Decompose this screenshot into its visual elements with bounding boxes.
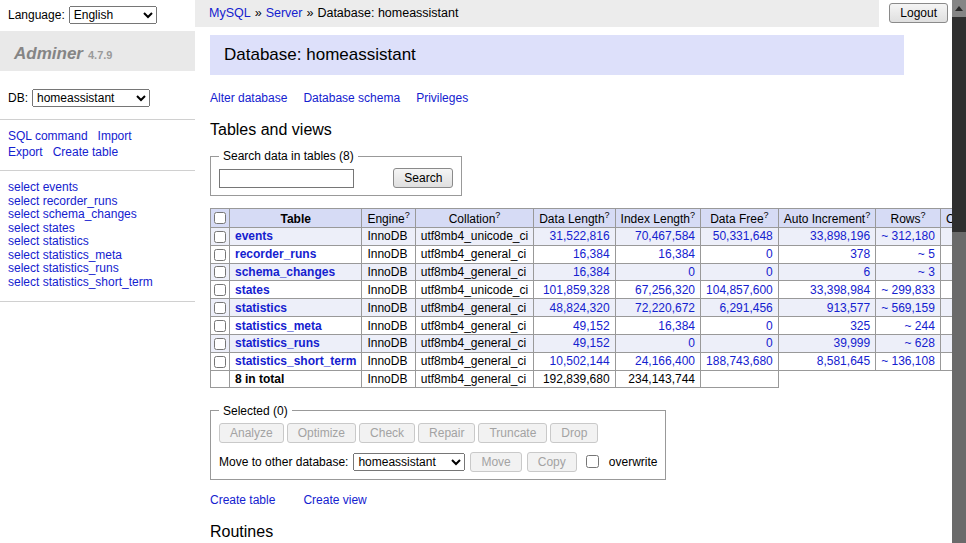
- data-length-link[interactable]: 10,502,144: [550, 354, 610, 368]
- auto-increment-link[interactable]: 33,898,196: [810, 229, 870, 243]
- index-length-link[interactable]: 70,467,584: [635, 229, 695, 243]
- table-name-link[interactable]: statistics: [235, 301, 287, 315]
- index-length-link[interactable]: 0: [688, 336, 695, 350]
- index-length-link[interactable]: 16,384: [658, 247, 695, 261]
- check-button[interactable]: Check: [359, 423, 415, 443]
- export-link[interactable]: Export: [8, 145, 43, 159]
- rows-count-link[interactable]: ~ 569,159: [881, 301, 935, 315]
- sidebar-table-link[interactable]: select states: [8, 221, 75, 235]
- index-length-link[interactable]: 24,166,400: [635, 354, 695, 368]
- analyze-button[interactable]: Analyze: [219, 423, 284, 443]
- data-free-link[interactable]: 6,291,456: [719, 301, 772, 315]
- data-length-link[interactable]: 49,152: [573, 319, 610, 333]
- auto-increment-link[interactable]: 33,398,984: [810, 283, 870, 297]
- help-link[interactable]: ?: [405, 210, 410, 220]
- help-link[interactable]: ?: [605, 210, 610, 220]
- row-checkbox[interactable]: [214, 356, 226, 368]
- table-name-link[interactable]: states: [235, 283, 270, 297]
- auto-increment-link[interactable]: 39,999: [833, 336, 870, 350]
- row-checkbox[interactable]: [214, 266, 226, 278]
- sidebar-table-link[interactable]: select statistics_runs: [8, 261, 119, 275]
- table-name-link[interactable]: recorder_runs: [235, 247, 316, 261]
- data-free-link[interactable]: 0: [766, 247, 773, 261]
- data-length-link[interactable]: 31,522,816: [550, 229, 610, 243]
- move-button[interactable]: Move: [470, 452, 521, 472]
- data-length-link[interactable]: 49,152: [573, 336, 610, 350]
- data-length-link[interactable]: 16,384: [573, 265, 610, 279]
- vertical-scrollbar[interactable]: [952, 0, 966, 543]
- create-view-link[interactable]: Create view: [303, 493, 366, 507]
- drop-button[interactable]: Drop: [550, 423, 598, 443]
- data-length-link[interactable]: 101,859,328: [543, 283, 610, 297]
- row-checkbox[interactable]: [214, 320, 226, 332]
- breadcrumb-server-link[interactable]: Server: [266, 6, 303, 20]
- sidebar-table-link[interactable]: select statistics_short_term: [8, 275, 153, 289]
- db-select[interactable]: homeassistant: [32, 89, 150, 107]
- truncate-button[interactable]: Truncate: [478, 423, 547, 443]
- create-table-link[interactable]: Create table: [210, 493, 275, 507]
- rows-count-link[interactable]: ~ 299,833: [881, 283, 935, 297]
- index-length-link[interactable]: 72,220,672: [635, 301, 695, 315]
- table-name-link[interactable]: schema_changes: [235, 265, 335, 279]
- database-schema-link[interactable]: Database schema: [303, 91, 400, 105]
- data-free-link[interactable]: 188,743,680: [706, 354, 773, 368]
- scrollbar-up-button[interactable]: [952, 0, 966, 17]
- row-checkbox[interactable]: [214, 231, 226, 243]
- index-length-link[interactable]: 16,384: [658, 319, 695, 333]
- help-link[interactable]: ?: [495, 210, 500, 220]
- table-name-link[interactable]: statistics_runs: [235, 336, 320, 350]
- sidebar-table-link[interactable]: select recorder_runs: [8, 194, 117, 208]
- index-length-link[interactable]: 67,256,320: [635, 283, 695, 297]
- rows-count-link[interactable]: ~ 244: [905, 319, 935, 333]
- auto-increment-link[interactable]: 913,577: [827, 301, 870, 315]
- data-length-link[interactable]: 48,824,320: [550, 301, 610, 315]
- sidebar-table-link[interactable]: select statistics_meta: [8, 248, 122, 262]
- sql-command-link[interactable]: SQL command: [8, 129, 88, 143]
- row-checkbox[interactable]: [214, 284, 226, 296]
- index-length-link[interactable]: 0: [688, 265, 695, 279]
- auto-increment-link[interactable]: 325: [850, 319, 870, 333]
- data-length-link[interactable]: 16,384: [573, 247, 610, 261]
- breadcrumb-mysql-link[interactable]: MySQL: [209, 6, 251, 20]
- search-input[interactable]: [219, 169, 354, 188]
- sidebar-table-link[interactable]: select statistics: [8, 234, 89, 248]
- import-link[interactable]: Import: [98, 129, 132, 143]
- rows-count-link[interactable]: ~ 628: [905, 336, 935, 350]
- table-name-link[interactable]: statistics_short_term: [235, 354, 356, 368]
- optimize-button[interactable]: Optimize: [287, 423, 356, 443]
- table-name-link[interactable]: events: [235, 229, 273, 243]
- scrollbar-thumb[interactable]: [952, 17, 966, 232]
- auto-increment-link[interactable]: 378: [850, 247, 870, 261]
- rows-count-link[interactable]: ~ 312,180: [881, 229, 935, 243]
- privileges-link[interactable]: Privileges: [416, 91, 468, 105]
- search-button[interactable]: Search: [393, 168, 453, 188]
- row-checkbox[interactable]: [214, 338, 226, 350]
- help-link[interactable]: ?: [865, 210, 870, 220]
- repair-button[interactable]: Repair: [418, 423, 475, 443]
- overwrite-checkbox[interactable]: [586, 455, 599, 468]
- rows-count-link[interactable]: ~ 136,108: [881, 354, 935, 368]
- select-all-checkbox[interactable]: [214, 212, 226, 224]
- help-link[interactable]: ?: [921, 210, 926, 220]
- row-checkbox[interactable]: [214, 249, 226, 261]
- move-database-select[interactable]: homeassistant: [353, 453, 465, 471]
- logout-button[interactable]: Logout: [889, 3, 948, 23]
- sidebar-table-link[interactable]: select schema_changes: [8, 207, 137, 221]
- help-link[interactable]: ?: [764, 210, 769, 220]
- table-name-link[interactable]: statistics_meta: [235, 319, 322, 333]
- data-free-link[interactable]: 0: [766, 319, 773, 333]
- rows-count-link[interactable]: ~ 5: [918, 247, 935, 261]
- row-checkbox[interactable]: [214, 302, 226, 314]
- sidebar-table-link[interactable]: select events: [8, 180, 78, 194]
- data-free-link[interactable]: 0: [766, 265, 773, 279]
- language-select[interactable]: English: [69, 6, 157, 24]
- auto-increment-link[interactable]: 6: [863, 265, 870, 279]
- alter-database-link[interactable]: Alter database: [210, 91, 287, 105]
- data-free-link[interactable]: 104,857,600: [706, 283, 773, 297]
- copy-button[interactable]: Copy: [527, 452, 577, 472]
- help-link[interactable]: ?: [690, 210, 695, 220]
- data-free-link[interactable]: 0: [766, 336, 773, 350]
- create-table-link-sidebar[interactable]: Create table: [53, 145, 118, 159]
- data-free-link[interactable]: 50,331,648: [713, 229, 773, 243]
- rows-count-link[interactable]: ~ 3: [918, 265, 935, 279]
